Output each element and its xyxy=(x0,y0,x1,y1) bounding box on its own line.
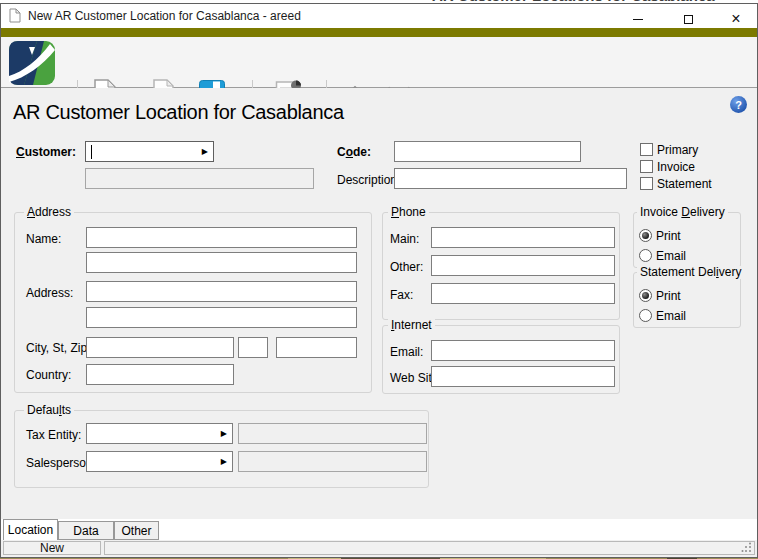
phone-group-title: Phone xyxy=(388,206,429,219)
statement-checkbox-label: Statement xyxy=(657,177,712,191)
close-icon: × xyxy=(731,11,740,27)
invoice-print-label: Print xyxy=(656,229,681,243)
tax-entity-desc-readonly xyxy=(238,423,427,444)
name-field-1[interactable] xyxy=(86,227,357,248)
city-st-zip-label: City, St, Zip: xyxy=(26,341,90,355)
statement-delivery-title: Statement Delivery xyxy=(637,266,744,279)
page-title: AR Customer Location for Casablanca xyxy=(13,99,344,125)
invoice-checkbox[interactable] xyxy=(640,160,653,173)
status-mode-segment: New xyxy=(3,541,101,555)
email-label: Email: xyxy=(390,345,423,359)
primary-checkbox[interactable] xyxy=(640,143,653,156)
code-label: Code: xyxy=(337,145,371,159)
defaults-group-title: Defaults xyxy=(24,404,74,417)
toolbar: ▼ New ▼ Edit/Read xyxy=(1,37,757,88)
invoice-print-radio[interactable] xyxy=(639,229,652,242)
text-caret xyxy=(91,145,92,159)
screen: AR Customer Locations for Casablanca New… xyxy=(0,0,758,559)
salesperson-desc-readonly xyxy=(238,451,427,472)
status-message-segment xyxy=(104,541,755,555)
phone-fax-field[interactable] xyxy=(431,283,615,304)
maximize-icon xyxy=(684,15,693,24)
internet-group-title: Internet xyxy=(388,319,435,332)
lookup-arrow-icon[interactable]: ▶ xyxy=(221,456,227,468)
document-icon xyxy=(9,8,21,23)
invoice-email-label: Email xyxy=(656,249,686,263)
invoice-checkbox-label: Invoice xyxy=(657,160,695,174)
salesperson-lookup-field[interactable]: ▶ xyxy=(86,451,233,472)
address-group-title: Address xyxy=(24,206,74,219)
customer-lookup-field[interactable]: ▶ xyxy=(85,141,214,162)
statement-email-radio[interactable] xyxy=(639,309,652,322)
address-field-1[interactable] xyxy=(86,281,357,302)
tax-entity-lookup-field[interactable]: ▶ xyxy=(86,423,233,444)
status-mode-text: New xyxy=(4,542,100,555)
address-label: Address: xyxy=(26,286,73,300)
state-field[interactable] xyxy=(238,337,268,358)
window-title: New AR Customer Location for Casablanca … xyxy=(28,9,301,23)
app-logo-button[interactable] xyxy=(9,41,55,85)
statement-print-radio[interactable] xyxy=(639,289,652,302)
background-window-title: AR Customer Locations for Casablanca xyxy=(432,0,715,3)
accent-bar xyxy=(1,28,757,37)
zip-field[interactable] xyxy=(276,337,357,358)
country-label: Country: xyxy=(26,368,71,382)
background-window-fragment: AR Customer Locations for Casablanca xyxy=(0,0,758,3)
help-icon: ? xyxy=(735,99,742,111)
description-field[interactable] xyxy=(394,168,627,189)
email-field[interactable] xyxy=(431,340,615,361)
address-field-2[interactable] xyxy=(86,307,357,328)
minimize-icon xyxy=(633,19,643,20)
close-button[interactable]: × xyxy=(725,10,747,28)
statusbar: New xyxy=(1,540,757,557)
help-button[interactable]: ? xyxy=(730,96,747,113)
website-field[interactable] xyxy=(431,366,615,387)
customer-name-readonly xyxy=(85,168,314,189)
customer-label: Customer: xyxy=(16,145,76,159)
name-field-2[interactable] xyxy=(86,252,357,273)
tab-location[interactable]: Location xyxy=(3,519,58,540)
primary-checkbox-label: Primary xyxy=(657,143,698,157)
phone-fax-label: Fax: xyxy=(390,288,413,302)
maximize-button[interactable] xyxy=(677,10,699,28)
statement-checkbox[interactable] xyxy=(640,177,653,190)
phone-main-label: Main: xyxy=(390,232,419,246)
phone-other-field[interactable] xyxy=(431,255,615,276)
phone-other-label: Other: xyxy=(390,260,423,274)
name-label: Name: xyxy=(26,232,61,246)
minimize-button[interactable] xyxy=(627,10,649,28)
lookup-arrow-icon[interactable]: ▶ xyxy=(202,146,208,158)
accountmate-logo-icon xyxy=(9,41,55,85)
phone-main-field[interactable] xyxy=(431,227,615,248)
city-field[interactable] xyxy=(86,337,234,358)
tab-data-links[interactable]: Data Links xyxy=(58,521,114,540)
statement-email-label: Email xyxy=(656,309,686,323)
invoice-email-radio[interactable] xyxy=(639,249,652,262)
resize-grip[interactable] xyxy=(741,542,752,553)
titlebar: New AR Customer Location for Casablanca … xyxy=(1,4,757,28)
description-label: Description: xyxy=(337,173,400,187)
tax-entity-label: Tax Entity: xyxy=(26,428,81,442)
lookup-arrow-icon[interactable]: ▶ xyxy=(221,428,227,440)
code-field[interactable] xyxy=(394,141,581,162)
tab-other[interactable]: Other xyxy=(114,521,159,540)
country-field[interactable] xyxy=(86,364,234,385)
defaults-groupbox xyxy=(14,410,429,488)
statement-print-label: Print xyxy=(656,289,681,303)
invoice-delivery-title: Invoice Delivery xyxy=(637,206,728,219)
